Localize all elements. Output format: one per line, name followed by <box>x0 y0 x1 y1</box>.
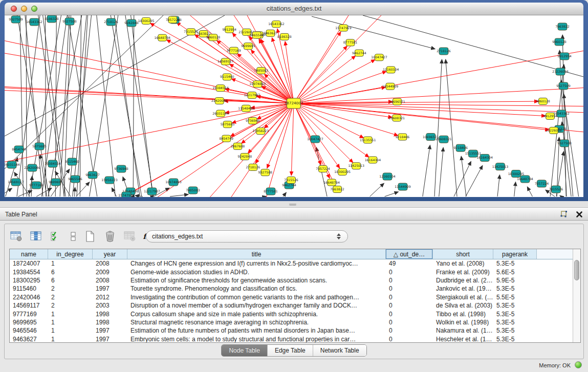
svg-text:2718126: 2718126 <box>246 165 260 169</box>
tab-network-table[interactable]: Network Table <box>313 345 366 356</box>
cell-pagerank: 5.3E-5 <box>493 319 537 326</box>
panel-splitter[interactable] <box>0 201 588 207</box>
svg-text:19384554: 19384554 <box>45 162 61 165</box>
svg-text:15958223: 15958223 <box>101 178 118 182</box>
svg-text:7857224: 7857224 <box>316 167 330 170</box>
window-titlebar[interactable]: citations_edges.txt <box>5 3 583 15</box>
svg-text:5875685: 5875685 <box>221 122 235 126</box>
table-toolbar: f(x) <box>9 227 157 246</box>
svg-text:9462744: 9462744 <box>352 51 366 55</box>
svg-text:12217987: 12217987 <box>144 189 160 193</box>
column-header-6[interactable]: pagerank <box>493 249 537 259</box>
column-header-4[interactable]: △ out_de… <box>386 249 433 259</box>
network-graph[interactable]: 9327509165433628186328932750827181269242… <box>5 15 583 197</box>
svg-text:18300295: 18300295 <box>138 19 155 23</box>
column-header-0[interactable]: name <box>10 249 48 259</box>
cell-year: 1998 <box>93 311 127 318</box>
table-row[interactable]: 1872400712008Changes of HCN gene express… <box>10 259 573 268</box>
table-vertical-scrollbar[interactable] <box>573 249 580 342</box>
memory-status-label: Memory: OK <box>539 362 571 368</box>
cell-name: 18724007 <box>10 260 48 267</box>
table-row[interactable]: 946554611997Estimation of the future num… <box>10 326 573 335</box>
float-panel-icon[interactable] <box>559 210 569 219</box>
cell-year: 2012 <box>93 294 127 301</box>
svg-text:9242848: 9242848 <box>124 21 139 25</box>
svg-text:14569117: 14569117 <box>8 180 24 184</box>
cell-title: Embryonic stem cells: a model to study s… <box>127 336 386 343</box>
cell-year: 1997 <box>93 327 127 334</box>
cell-pagerank: 5.3E-5 <box>493 260 537 267</box>
table-panel-title: Table Panel <box>5 211 37 218</box>
cell-name: 9465546 <box>10 327 48 334</box>
svg-text:9736948: 9736948 <box>114 167 128 170</box>
tab-node-table[interactable]: Node Table <box>222 345 268 356</box>
table-mode-icon[interactable] <box>9 229 24 244</box>
cell-name: 9463627 <box>10 336 48 343</box>
column-header-2[interactable]: year <box>93 249 127 259</box>
svg-text:15958223: 15958223 <box>253 129 269 133</box>
show-columns-icon[interactable] <box>29 229 43 244</box>
svg-text:23226058: 23226058 <box>552 70 569 73</box>
svg-text:11544909: 11544909 <box>395 185 411 188</box>
cell-in_degree: 2 <box>48 285 93 292</box>
table-row[interactable]: 1830029562008Estimation of significance … <box>10 276 573 285</box>
cell-pagerank: 5.9E-5 <box>493 277 537 284</box>
svg-text:15135551: 15135551 <box>465 151 482 155</box>
delete-columns-icon[interactable] <box>103 229 117 244</box>
cell-year: 2008 <box>93 277 127 284</box>
column-header-3[interactable]: title <box>127 249 386 259</box>
network-window: citations_edges.txt 93275091654336281863… <box>0 0 588 201</box>
tab-edge-table[interactable]: Edge Table <box>268 345 313 356</box>
cell-pagerank: 5.3E-5 <box>493 302 537 309</box>
cell-short: Tibbo et al. (1998) <box>433 311 493 318</box>
svg-text:9327508: 9327508 <box>258 170 273 174</box>
svg-text:16648784: 16648784 <box>323 181 340 184</box>
table-row[interactable]: 2242004622012Investigating the contribut… <box>10 293 573 301</box>
svg-text:8186328: 8186328 <box>45 17 59 20</box>
table-row[interactable]: 1456911722003Disruption of a novel membe… <box>10 301 573 310</box>
row-height-icon[interactable] <box>69 229 77 244</box>
combo-stepper-icon <box>332 233 347 239</box>
cell-name: 9699695 <box>10 319 48 326</box>
table-selector[interactable]: citations_edges.txt <box>146 230 348 243</box>
svg-text:9327508: 9327508 <box>557 141 572 145</box>
table-row[interactable]: 977716911998Corpus callosum shape and si… <box>10 310 573 318</box>
cell-out_degree: 0 <box>386 319 433 326</box>
svg-text:15747919: 15747919 <box>335 26 352 30</box>
close-panel-icon[interactable] <box>575 210 584 219</box>
cell-year: 1998 <box>93 319 127 326</box>
svg-text:9327508: 9327508 <box>62 19 77 23</box>
svg-text:2718126: 2718126 <box>437 49 451 53</box>
cell-name: 14569117 <box>10 302 48 309</box>
table-row[interactable]: 969969511998Structural magnetic resonanc… <box>10 318 573 326</box>
table-row[interactable]: 911546021997Tourette syndrome. Phenomeno… <box>10 285 573 293</box>
network-canvas[interactable]: 9327509165433628186328932750827181269242… <box>5 15 583 197</box>
svg-text:26031144: 26031144 <box>212 112 229 115</box>
memory-status-icon <box>575 361 582 368</box>
table-header-row: namein_degreeyeartitle△ out_de…shortpage… <box>10 249 580 259</box>
svg-text:11544909: 11544909 <box>382 84 399 88</box>
cell-short: Yano et al. (2008) <box>433 260 493 267</box>
scrollbar-thumb[interactable] <box>574 260 579 280</box>
cell-year: 2009 <box>93 269 127 276</box>
table-row[interactable]: 1938455462009Genome-wide association stu… <box>10 268 573 276</box>
svg-text:16543362: 16543362 <box>268 22 285 26</box>
svg-text:9115460: 9115460 <box>220 75 234 78</box>
svg-text:7663822: 7663822 <box>555 25 570 28</box>
table-row[interactable]: 946362711997Embryonic stem cells: a mode… <box>10 335 573 343</box>
new-column-icon[interactable] <box>83 229 97 244</box>
svg-text:16164304: 16164304 <box>476 156 493 159</box>
svg-text:9912954: 9912954 <box>557 54 572 58</box>
table-panel-header: Table Panel <box>0 207 588 221</box>
cell-out_degree: 0 <box>386 327 433 334</box>
svg-text:7315526: 7315526 <box>184 30 198 33</box>
svg-text:20608321: 20608321 <box>435 137 452 141</box>
column-header-5[interactable]: short <box>433 249 493 259</box>
cell-in_degree: 1 <box>48 319 93 326</box>
splitter-grip-icon[interactable] <box>289 203 296 206</box>
svg-text:7857224: 7857224 <box>166 18 180 21</box>
delete-table-icon[interactable] <box>123 229 137 244</box>
column-header-1[interactable]: in_degree <box>48 249 93 259</box>
svg-text:9912954: 9912954 <box>543 114 557 118</box>
selection-mode-icon[interactable] <box>49 229 63 244</box>
